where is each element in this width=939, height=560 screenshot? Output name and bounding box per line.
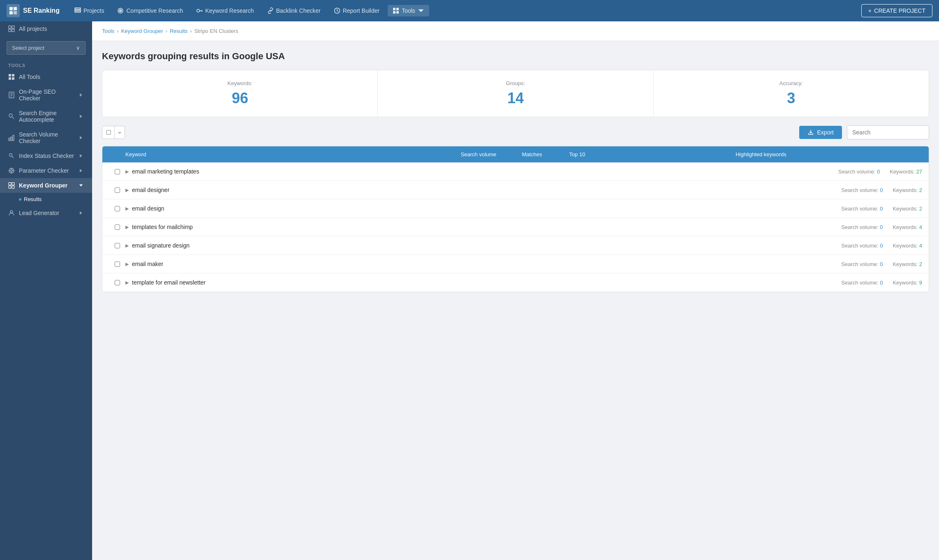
checkbox-dropdown-button[interactable]	[115, 126, 125, 139]
sidebar-subitem-results[interactable]: Results	[0, 193, 92, 206]
stats-card: Keywords: 96 Groups: 14 Accuracy: 3	[102, 70, 929, 117]
create-project-plus-icon: +	[868, 7, 872, 14]
select-all-checkbox[interactable]	[102, 126, 115, 139]
expand-row-arrow[interactable]: ▶	[125, 243, 129, 248]
row-checkbox-0[interactable]	[115, 169, 120, 174]
nav-projects[interactable]: Projects	[69, 5, 109, 16]
row-checkbox-4[interactable]	[115, 243, 120, 248]
sidebar-item-index-status-checker[interactable]: Index Status Checker	[0, 148, 92, 163]
search-input[interactable]	[847, 125, 929, 139]
row-keywords-count: 2	[919, 206, 922, 212]
row-checkbox-3[interactable]	[115, 224, 120, 230]
nav-keyword-research[interactable]: Keyword Research	[191, 5, 259, 16]
svg-rect-17	[393, 11, 395, 14]
export-icon	[807, 129, 814, 136]
stat-keywords-value: 96	[112, 90, 368, 107]
row-keyword-cell: ▶email design	[125, 205, 841, 212]
row-keywords-label: Keywords: 9	[893, 280, 922, 286]
row-keyword-text: templates for mailchimp	[132, 224, 193, 230]
row-keyword-cell: ▶email maker	[125, 261, 841, 267]
svg-rect-15	[393, 8, 395, 10]
svg-rect-47	[12, 186, 14, 188]
expand-row-arrow[interactable]: ▶	[125, 187, 129, 193]
export-button[interactable]: Export	[799, 126, 842, 139]
stat-groups-label: Groups:	[388, 80, 643, 86]
parameter-checker-icon	[8, 167, 15, 174]
autocomplete-label: Search Engine Autocomplete	[19, 110, 78, 123]
svg-rect-4	[75, 9, 81, 11]
breadcrumb-results[interactable]: Results	[170, 28, 187, 34]
svg-point-31	[9, 114, 12, 117]
expand-row-arrow[interactable]: ▶	[125, 261, 129, 267]
row-checkbox-cell	[109, 224, 125, 230]
stat-accuracy-value: 3	[664, 90, 919, 107]
header-col-2: Search volume	[448, 151, 509, 157]
row-search-volume-value: 0	[880, 243, 883, 249]
checkbox-dropdown-arrow-icon	[118, 130, 122, 134]
all-projects-label: All projects	[19, 25, 47, 32]
row-checkbox-5[interactable]	[115, 261, 120, 267]
svg-rect-5	[75, 11, 81, 12]
layers-icon	[74, 7, 81, 14]
row-keywords-label: Keywords: 2	[893, 206, 922, 212]
table-row: ▶template for email newsletterSearch vol…	[102, 273, 929, 292]
create-project-button[interactable]: + CREATE PROJECT	[861, 4, 932, 17]
all-tools-icon	[8, 74, 15, 80]
tools-section-label: TOOLS	[0, 58, 92, 69]
svg-rect-35	[13, 135, 14, 141]
sidebar-item-search-volume-checker[interactable]: Search Volume Checker	[0, 127, 92, 148]
sidebar-item-parameter-checker[interactable]: Parameter Checker	[0, 163, 92, 178]
svg-rect-23	[9, 74, 11, 76]
row-checkbox-1[interactable]	[115, 187, 120, 193]
nav-report-builder[interactable]: Report Builder	[329, 5, 385, 16]
svg-rect-18	[396, 11, 399, 14]
select-project-dropdown[interactable]: Select project ∨	[7, 41, 86, 55]
svg-rect-19	[9, 26, 11, 28]
breadcrumb-keyword-grouper[interactable]: Keyword Grouper	[121, 28, 163, 34]
svg-rect-44	[9, 183, 11, 185]
sidebar-item-lead-generator[interactable]: Lead Generator	[0, 206, 92, 220]
sidebar-item-search-engine-autocomplete[interactable]: Search Engine Autocomplete	[0, 106, 92, 127]
row-checkbox-cell	[109, 169, 125, 174]
expand-row-arrow[interactable]: ▶	[125, 206, 129, 211]
row-keyword-text: email design	[132, 205, 164, 212]
expand-row-arrow[interactable]: ▶	[125, 169, 129, 174]
expand-row-arrow[interactable]: ▶	[125, 224, 129, 230]
row-checkbox-cell	[109, 280, 125, 285]
row-keyword-text: template for email newsletter	[132, 279, 206, 286]
checkbox-control	[102, 126, 125, 139]
row-keywords-label: Keywords: 2	[893, 187, 922, 193]
nav-backlink-checker[interactable]: Backlink Checker	[262, 5, 326, 16]
row-checkbox-2[interactable]	[115, 206, 120, 211]
sidebar-item-all-tools[interactable]: All Tools	[0, 69, 92, 84]
expand-row-arrow[interactable]: ▶	[125, 280, 129, 285]
row-checkbox-cell	[109, 261, 125, 267]
row-keywords-label: Keywords: 2	[893, 261, 922, 267]
header-col-3: Matches	[509, 151, 555, 157]
row-search-volume-value: 0	[880, 224, 883, 230]
row-checkbox-cell	[109, 206, 125, 211]
svg-line-37	[12, 156, 14, 158]
row-keyword-text: email marketing templates	[132, 168, 199, 175]
row-keyword-text: email maker	[132, 261, 163, 267]
breadcrumb-tools[interactable]: Tools	[102, 28, 114, 34]
table-row: ▶email makerSearch volume: 0Keywords: 2	[102, 255, 929, 273]
svg-point-9	[120, 10, 121, 11]
lead-generator-chevron-icon	[78, 210, 84, 216]
toolbar-left	[102, 126, 125, 139]
row-search-volume-value: 0	[880, 187, 883, 193]
sidebar-item-on-page-seo[interactable]: On-Page SEO Checker	[0, 84, 92, 106]
row-checkbox-6[interactable]	[115, 280, 120, 285]
svg-point-39	[11, 170, 13, 172]
sidebar-item-keyword-grouper[interactable]: Keyword Grouper	[0, 178, 92, 193]
keyword-grouper-label: Keyword Grouper	[19, 182, 78, 189]
volume-checker-label: Search Volume Checker	[19, 131, 78, 144]
sidebar-all-projects[interactable]: All projects	[0, 21, 92, 36]
nav-competitive-research[interactable]: Competitive Research	[112, 5, 188, 16]
tools-dropdown-icon	[418, 7, 424, 14]
header-col-4: Top 10	[555, 151, 600, 157]
target-icon	[117, 7, 124, 14]
content-area: Keywords grouping results in Google USA …	[92, 41, 939, 302]
create-project-label: CREATE PROJECT	[874, 7, 925, 14]
nav-tools[interactable]: Tools	[388, 5, 429, 16]
